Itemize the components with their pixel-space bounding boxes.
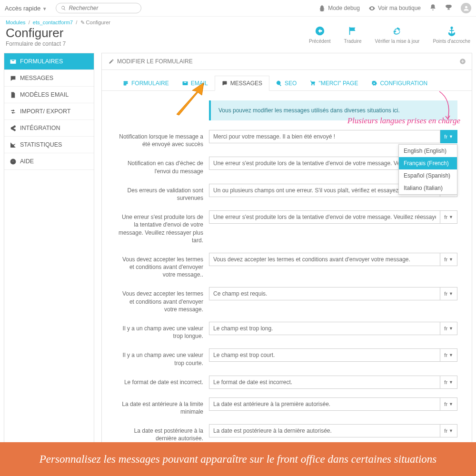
- view-shop-link[interactable]: Voir ma boutique: [368, 5, 421, 12]
- flag-icon: [347, 26, 358, 36]
- message-input[interactable]: [209, 348, 440, 362]
- field-label: Le format de date est incorrect.: [116, 376, 209, 386]
- user-avatar[interactable]: [461, 3, 471, 13]
- notifications-icon[interactable]: [429, 4, 436, 12]
- tab-formulaire[interactable]: FORMULAIRE: [116, 76, 176, 90]
- field-label: Notification lorsque le message a été en…: [116, 130, 209, 148]
- quick-access-menu[interactable]: Accès rapide ▼: [5, 5, 47, 12]
- refresh-icon: [392, 26, 402, 36]
- bug-icon: [318, 5, 326, 12]
- message-input[interactable]: [209, 376, 440, 389]
- field-label: Notification en cas d'échec de l'envoi d…: [116, 157, 209, 175]
- message-field-row: Notification lorsque le message a été en…: [116, 130, 457, 148]
- add-button[interactable]: [459, 58, 466, 66]
- language-option[interactable]: Italiano (Italian): [399, 182, 457, 194]
- promo-banner: Personnalisez les messages pouvant appar…: [0, 442, 476, 476]
- field-label: Il y a un champ avec une valeur trop lon…: [116, 322, 209, 340]
- field-label: La date est postérieure à la dernière au…: [116, 424, 209, 442]
- sidebar-item-statistiques[interactable]: STATISTIQUES: [4, 137, 94, 153]
- message-field-row: Il y a un champ avec une valeur trop lon…: [116, 322, 457, 340]
- language-button[interactable]: fr▼: [440, 210, 457, 224]
- mode-debug-link[interactable]: Mode debug: [318, 5, 360, 12]
- hooks-button[interactable]: Points d'accroche: [433, 26, 470, 47]
- sidebar-item-import-export[interactable]: IMPORT/ EXPORT: [4, 103, 94, 120]
- main-panel: MODIFIER LE FORMULAIRE FORMULAIREEMAILME…: [101, 53, 472, 476]
- sidebar-item-mod-les-email[interactable]: MODÈLES EMAIL: [4, 87, 94, 103]
- message-input[interactable]: [209, 322, 440, 335]
- language-dropdown[interactable]: English (English)Français (French)Españo…: [398, 144, 457, 195]
- check-update-button[interactable]: Vérifier la mise à jour: [375, 26, 419, 47]
- language-button[interactable]: fr▼: [440, 287, 457, 300]
- search-icon: [61, 5, 66, 11]
- page-title: Configurer: [6, 26, 66, 40]
- trophy-icon[interactable]: [445, 4, 452, 12]
- tabs: FORMULAIREEMAILMESSAGESSEO"MERCI" PAGECO…: [102, 70, 472, 91]
- field-label: Des erreurs de validation sont survenues: [116, 184, 209, 202]
- field-label: La date est antérieure à la limite minim…: [116, 397, 209, 416]
- tab-seo[interactable]: SEO: [269, 76, 303, 90]
- field-label: Vous devez accepter les termes et condit…: [116, 253, 209, 279]
- language-button[interactable]: fr▼: [440, 397, 457, 411]
- message-field-row: Le format de date est incorrect.fr▼: [116, 376, 457, 389]
- crumb-module[interactable]: ets_contactform7: [33, 20, 73, 25]
- message-input[interactable]: [209, 210, 440, 224]
- language-option[interactable]: Español (Spanish): [399, 169, 457, 182]
- sidebar-item-int-gration[interactable]: INTÉGRATION: [4, 120, 94, 137]
- message-field-row: La date est antérieure à la limite minim…: [116, 397, 457, 416]
- translate-button[interactable]: Traduire: [344, 26, 362, 47]
- tab--merci-page[interactable]: "MERCI" PAGE: [303, 76, 365, 90]
- message-input[interactable]: [209, 287, 440, 300]
- sidebar-item-messages[interactable]: MESSAGES: [4, 70, 94, 87]
- language-button[interactable]: fr▼: [440, 130, 457, 143]
- message-input[interactable]: [209, 397, 440, 411]
- message-input[interactable]: [209, 424, 440, 437]
- tab-messages[interactable]: MESSAGES: [215, 76, 269, 91]
- field-label: Vous devez accepter les termes et condit…: [116, 287, 209, 313]
- message-field-row: Une erreur s'est produite lors de la ten…: [116, 210, 457, 244]
- eye-icon: [368, 5, 376, 12]
- back-button[interactable]: Précédent: [309, 26, 331, 47]
- panel-header: MODIFIER LE FORMULAIRE: [102, 53, 472, 70]
- tab-configuration[interactable]: CONFIGURATION: [365, 76, 434, 90]
- message-field-row: La date est postérieure à la dernière au…: [116, 424, 457, 442]
- page-subtitle: Formulaire de contact 7: [6, 40, 66, 47]
- crumb-modules[interactable]: Modules: [6, 20, 26, 25]
- anchor-icon: [446, 26, 457, 36]
- language-button[interactable]: fr▼: [440, 253, 457, 266]
- field-label: Une erreur s'est produite lors de la ten…: [116, 210, 209, 244]
- back-icon: [315, 26, 325, 36]
- language-button[interactable]: fr▼: [440, 348, 457, 362]
- search-input[interactable]: [69, 5, 136, 11]
- sidebar-item-aide[interactable]: AIDE: [4, 153, 94, 170]
- language-button[interactable]: fr▼: [440, 322, 457, 335]
- language-button[interactable]: fr▼: [440, 424, 457, 437]
- language-option[interactable]: English (English): [399, 145, 457, 157]
- tab-email[interactable]: EMAIL: [176, 76, 215, 90]
- edit-icon: [109, 59, 114, 64]
- sidebar: FORMULAIRESMESSAGESMODÈLES EMAILIMPORT/ …: [4, 53, 94, 476]
- message-field-row: Il y a un champ avec une valeur trop cou…: [116, 348, 457, 367]
- message-input[interactable]: [209, 130, 440, 143]
- language-option[interactable]: Français (French): [399, 157, 457, 169]
- message-input[interactable]: [209, 253, 440, 266]
- message-field-row: Vous devez accepter les termes et condit…: [116, 253, 457, 279]
- annotation-arrow-icon: [437, 90, 454, 125]
- sidebar-item-formulaires[interactable]: FORMULAIRES: [4, 53, 94, 70]
- caret-down-icon: ▼: [42, 6, 47, 11]
- breadcrumb: Modules / ets_contactform7 / ✎ Configure…: [0, 17, 476, 26]
- message-field-row: Vous devez accepter les termes et condit…: [116, 287, 457, 313]
- search-input-wrap[interactable]: [56, 3, 141, 13]
- language-button[interactable]: fr▼: [440, 376, 457, 389]
- field-label: Il y a un champ avec une valeur trop cou…: [116, 348, 209, 367]
